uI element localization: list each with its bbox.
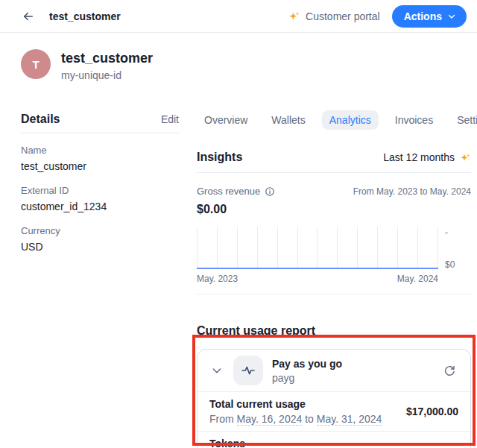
period-end-date[interactable]: May. 31, 2024 (317, 413, 382, 426)
chevron-down-icon (447, 12, 456, 21)
usage-report-card: Pay as you go payg Total current usage F… (197, 349, 471, 448)
field-label: External ID (21, 184, 179, 197)
field-label: Currency (21, 224, 179, 237)
details-panel: Details Edit Name test_customer External… (21, 110, 179, 448)
refresh-usage-button[interactable] (440, 362, 458, 379)
plan-icon-box (233, 356, 263, 385)
top-bar: test_customer Customer portal Actions (0, 0, 477, 33)
total-usage-label: Total current usage (209, 397, 382, 411)
insights-title: Insights (197, 149, 242, 165)
back-button[interactable] (21, 9, 36, 24)
usage-card-header: Pay as you go payg (198, 350, 470, 391)
period-separator: to (302, 413, 316, 425)
y-axis-label-top: - (445, 228, 471, 237)
detail-field-currency: Currency USD (21, 224, 179, 254)
chart-bottom-divider (197, 294, 471, 294)
metric-name: Tokens (209, 437, 277, 448)
customer-external-id: my-unique-id (61, 69, 153, 82)
gross-revenue-chart: May. 2023 May. 2024 - $0 (197, 227, 471, 284)
detail-field-external-id: External ID customer_id_1234 (21, 184, 179, 214)
chart-gridlines (197, 227, 438, 269)
field-value: USD (21, 239, 179, 254)
customer-portal-label: Customer portal (306, 10, 380, 22)
chevron-down-icon (211, 365, 223, 376)
actions-button[interactable]: Actions (392, 5, 467, 28)
info-icon[interactable] (265, 186, 275, 197)
field-label: Name (21, 144, 179, 157)
y-axis-label-bottom: $0 (445, 260, 471, 269)
tab-overview[interactable]: Overview (197, 110, 255, 130)
field-value: customer_id_1234 (21, 199, 179, 214)
chart-plot-area (197, 227, 438, 269)
period-selector[interactable]: Last 12 months (383, 151, 471, 163)
tab-wallets[interactable]: Wallets (264, 110, 312, 130)
tab-analytics[interactable]: Analytics (322, 110, 379, 130)
pulse-icon (241, 363, 256, 378)
detail-field-name: Name test_customer (21, 144, 179, 174)
actions-label: Actions (404, 10, 442, 22)
chart-date-range: From May. 2023 to May. 2024 (353, 186, 471, 198)
page-title: test_customer (49, 10, 121, 22)
gross-revenue-value: $0.00 (197, 201, 471, 218)
plan-name: Pay as you go (272, 357, 342, 371)
customer-header: T test_customer my-unique-id (0, 33, 477, 82)
field-value: test_customer (21, 159, 179, 174)
details-title: Details (21, 113, 60, 126)
edit-details-button[interactable]: Edit (161, 113, 179, 125)
plan-code: payg (272, 371, 342, 385)
sparkle-icon (460, 152, 471, 163)
x-axis-label-end: May. 2024 (397, 274, 438, 284)
x-axis-label-start: May. 2023 (197, 274, 238, 284)
insights-divider (197, 172, 471, 173)
metric-usage-row: Tokens openai_tokens (198, 431, 470, 448)
tab-bar: Overview Wallets Analytics Invoices Sett… (197, 110, 471, 130)
customer-name: test_customer (61, 49, 153, 67)
tab-invoices[interactable]: Invoices (388, 110, 440, 130)
chart-zero-line (197, 268, 438, 269)
period-prefix: From (209, 413, 237, 425)
collapse-toggle-button[interactable] (209, 363, 224, 378)
details-divider (21, 133, 179, 133)
sparkle-icon (288, 10, 300, 22)
total-usage-row: Total current usage From May. 16, 2024 t… (198, 391, 470, 431)
tab-settings[interactable]: Settings (449, 110, 477, 130)
refresh-icon (443, 365, 456, 377)
period-start-date[interactable]: May. 16, 2024 (237, 413, 303, 426)
gross-revenue-label: Gross revenue (197, 186, 260, 198)
usage-period: From May. 16, 2024 to May. 31, 2024 (209, 412, 382, 426)
arrow-left-icon (22, 10, 35, 23)
customer-portal-link[interactable]: Customer portal (288, 10, 380, 22)
usage-report-title: Current usage report (197, 323, 471, 339)
period-label: Last 12 months (383, 151, 455, 163)
avatar: T (21, 49, 51, 79)
total-usage-amount: $17,000.00 (406, 406, 458, 417)
